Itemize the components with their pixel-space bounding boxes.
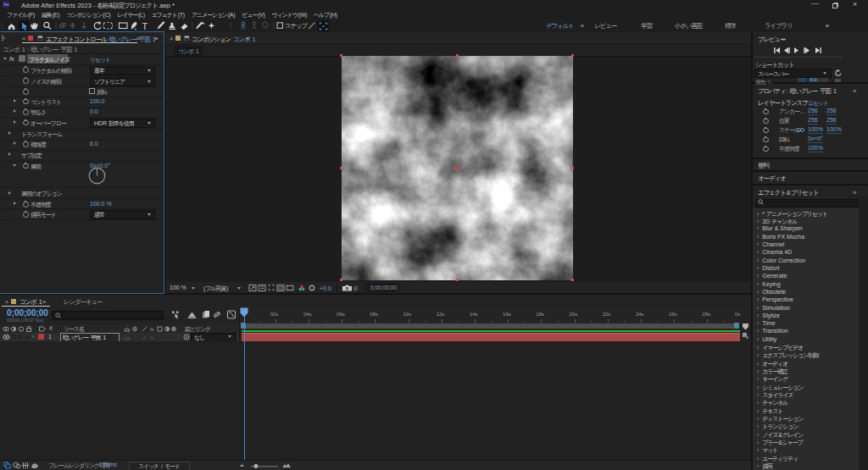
svg-text:+0.0: +0.0 [320, 285, 331, 290]
svg-text:fx: fx [150, 327, 155, 332]
svg-text:T: T [142, 21, 148, 31]
